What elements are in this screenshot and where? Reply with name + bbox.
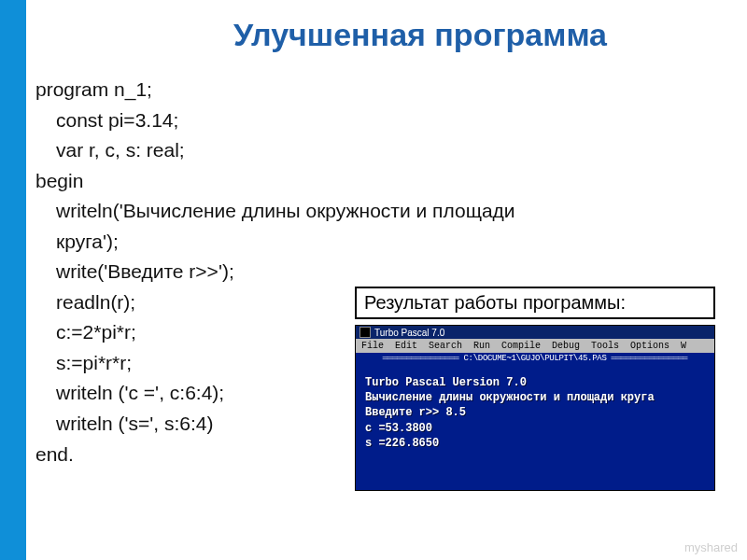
code-line: program n_1; — [35, 75, 521, 105]
code-line: var r, c, s: real; — [35, 135, 521, 166]
left-accent-bar — [0, 0, 26, 560]
terminal-window: Turbo Pascal 7.0 File Edit Search Run Co… — [355, 325, 715, 491]
terminal-body: Turbo Pascal Uersion 7.0 Вычисление длин… — [356, 364, 714, 456]
terminal-menubar: File Edit Search Run Compile Debug Tools… — [356, 339, 714, 353]
terminal-user-input: 8.5 — [439, 406, 466, 419]
terminal-line: Turbo Pascal Uersion 7.0 — [365, 375, 705, 390]
code-line: const pi=3.14; — [35, 105, 521, 136]
terminal-line: Введите r>> 8.5 — [365, 405, 705, 420]
terminal-line: c =53.3800 — [365, 421, 705, 436]
terminal-line: Вычисление длины окружности и площади кр… — [365, 390, 705, 405]
code-line: begin — [35, 166, 521, 197]
result-caption: Результат работы программы: — [355, 287, 715, 319]
code-line: write('Введите r>>'); — [35, 257, 521, 287]
terminal-prompt: Введите r>> — [365, 406, 439, 419]
watermark: myshared — [684, 540, 738, 554]
terminal-icon — [359, 327, 371, 338]
terminal-line: s =226.8650 — [365, 436, 705, 451]
code-line: writeln('Вычисление длины окружности и п… — [35, 196, 521, 257]
terminal-titlebar: Turbo Pascal 7.0 — [356, 326, 714, 339]
terminal-title-text: Turbo Pascal 7.0 — [374, 328, 444, 338]
terminal-pathline: ════════════════ C:\DOCUME~1\GUJO\PULPIT… — [356, 353, 714, 364]
slide-title: Улучшенная программа — [131, 17, 710, 53]
